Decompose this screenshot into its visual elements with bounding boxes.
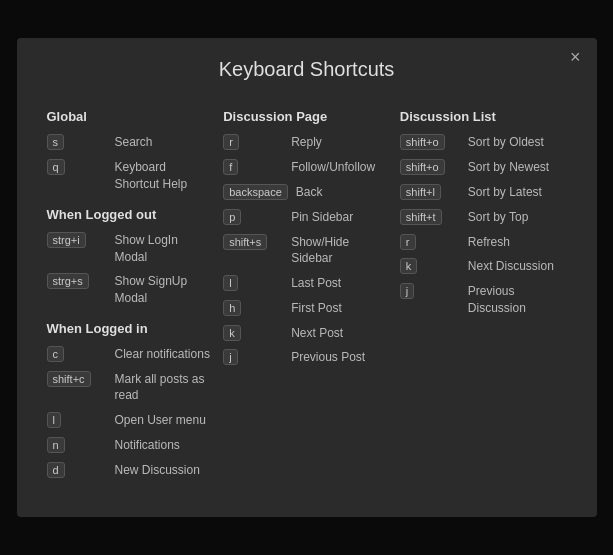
shortcuts-columns: Global s Search q Keyboard Shortcut Help…: [47, 105, 567, 486]
shortcut-row: k Next Post: [223, 325, 390, 342]
shortcut-row: shift+l Sort by Latest: [400, 184, 567, 201]
key-group: p: [223, 209, 283, 225]
key-group: s: [47, 134, 107, 150]
modal-title: Keyboard Shortcuts: [219, 58, 395, 80]
key-r: r: [223, 134, 239, 150]
shortcut-label: Next Post: [291, 325, 343, 342]
key-l: l: [47, 412, 61, 428]
key-backspace: backspace: [223, 184, 288, 200]
shortcut-row: l Open User menu: [47, 412, 214, 429]
key-group: n: [47, 437, 107, 453]
shortcut-label: Sort by Newest: [468, 159, 549, 176]
discussion-list-column: Discussion List shift+o Sort by Oldest s…: [400, 105, 567, 486]
modal-header: Keyboard Shortcuts: [47, 58, 567, 81]
key-r2: r: [400, 234, 416, 250]
shortcut-label: New Discussion: [115, 462, 200, 479]
discussion-list-section-title: Discussion List: [400, 109, 567, 124]
key-group: j: [400, 283, 460, 299]
key-f: f: [223, 159, 238, 175]
key-group: q: [47, 159, 107, 175]
key-group: shift+o: [400, 159, 460, 175]
key-group: strg+i: [47, 232, 107, 248]
shortcut-row: l Last Post: [223, 275, 390, 292]
key-group: r: [223, 134, 283, 150]
shortcut-row: shift+t Sort by Top: [400, 209, 567, 226]
shortcut-row: n Notifications: [47, 437, 214, 454]
shortcut-label: Show LogIn Modal: [115, 232, 214, 266]
key-strg-i: strg+i: [47, 232, 86, 248]
key-d: d: [47, 462, 65, 478]
key-group: l: [223, 275, 283, 291]
shortcut-row: r Refresh: [400, 234, 567, 251]
key-s: s: [47, 134, 65, 150]
key-group: shift+s: [223, 234, 283, 250]
shortcut-label: Notifications: [115, 437, 180, 454]
key-p: p: [223, 209, 241, 225]
shortcut-row: shift+s Show/Hide Sidebar: [223, 234, 390, 268]
key-group: k: [223, 325, 283, 341]
key-k2: k: [400, 258, 418, 274]
shortcut-label: Previous Discussion: [468, 283, 567, 317]
shortcut-label: First Post: [291, 300, 342, 317]
shortcut-row: strg+i Show LogIn Modal: [47, 232, 214, 266]
shortcut-label: Back: [296, 184, 323, 201]
key-j: j: [223, 349, 237, 365]
shortcut-label: Pin Sidebar: [291, 209, 353, 226]
shortcut-row: shift+o Sort by Oldest: [400, 134, 567, 151]
shortcut-row: p Pin Sidebar: [223, 209, 390, 226]
shortcut-label: Refresh: [468, 234, 510, 251]
key-q: q: [47, 159, 65, 175]
shortcut-label: Clear notifications: [115, 346, 210, 363]
shortcut-label: Sort by Latest: [468, 184, 542, 201]
key-group: backspace: [223, 184, 288, 200]
key-group: shift+t: [400, 209, 460, 225]
shortcut-row: backspace Back: [223, 184, 390, 201]
shortcut-row: r Reply: [223, 134, 390, 151]
key-group: shift+c: [47, 371, 107, 387]
key-group: strg+s: [47, 273, 107, 289]
global-column: Global s Search q Keyboard Shortcut Help…: [47, 105, 214, 486]
key-group: d: [47, 462, 107, 478]
key-shift-s: shift+s: [223, 234, 267, 250]
key-shift-c: shift+c: [47, 371, 91, 387]
shortcut-label: Show/Hide Sidebar: [291, 234, 390, 268]
key-h: h: [223, 300, 241, 316]
key-n: n: [47, 437, 65, 453]
key-c: c: [47, 346, 65, 362]
shortcut-row: j Previous Post: [223, 349, 390, 366]
key-k: k: [223, 325, 241, 341]
discussion-page-section-title: Discussion Page: [223, 109, 390, 124]
shortcut-row: j Previous Discussion: [400, 283, 567, 317]
key-l2: l: [223, 275, 237, 291]
shortcut-label: Open User menu: [115, 412, 206, 429]
modal-overlay: Keyboard Shortcuts × Global s Search q K…: [0, 0, 613, 555]
shortcut-label: Previous Post: [291, 349, 365, 366]
shortcut-label: Last Post: [291, 275, 341, 292]
key-strg-s: strg+s: [47, 273, 89, 289]
key-shift-l: shift+l: [400, 184, 441, 200]
shortcut-label: Mark all posts as read: [115, 371, 214, 405]
key-j2: j: [400, 283, 414, 299]
key-shift-t: shift+t: [400, 209, 442, 225]
key-group: c: [47, 346, 107, 362]
shortcut-row: s Search: [47, 134, 214, 151]
shortcut-label: Sort by Top: [468, 209, 528, 226]
shortcut-label: Keyboard Shortcut Help: [115, 159, 214, 193]
shortcut-label: Show SignUp Modal: [115, 273, 214, 307]
shortcut-row: k Next Discussion: [400, 258, 567, 275]
logged-in-section-title: When Logged in: [47, 321, 214, 336]
key-group: r: [400, 234, 460, 250]
shortcut-row: d New Discussion: [47, 462, 214, 479]
key-group: shift+o: [400, 134, 460, 150]
shortcut-row: h First Post: [223, 300, 390, 317]
close-button[interactable]: ×: [570, 48, 581, 66]
shortcut-label: Next Discussion: [468, 258, 554, 275]
shortcut-row: f Follow/Unfollow: [223, 159, 390, 176]
discussion-page-column: Discussion Page r Reply f Follow/Unfollo…: [223, 105, 390, 486]
global-section-title: Global: [47, 109, 214, 124]
logged-out-section-title: When Logged out: [47, 207, 214, 222]
key-group: j: [223, 349, 283, 365]
shortcut-row: c Clear notifications: [47, 346, 214, 363]
key-group: h: [223, 300, 283, 316]
key-shift-o-oldest: shift+o: [400, 134, 445, 150]
